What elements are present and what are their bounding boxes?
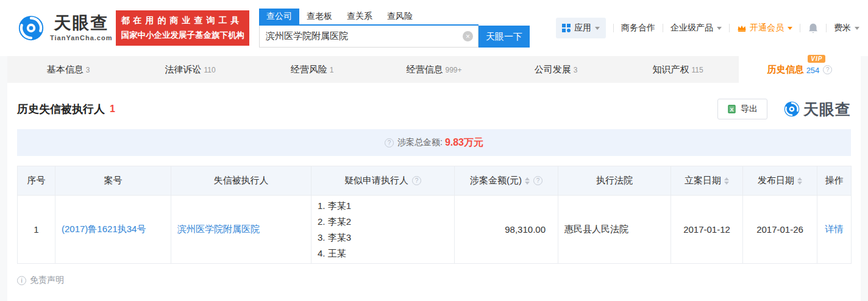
crown-icon [737,24,747,32]
top-header: 天眼查 TianYanCha.com 都在用的商业查询工具 国家中小企业发展子基… [0,0,868,56]
applicant-item: 1. 李某1 [318,198,454,214]
tab-company-development[interactable]: 公司发展 3 [495,56,617,83]
total-amount-label: 涉案总金额: [397,137,443,148]
tab-count: 110 [204,65,215,74]
tab-label: 法律诉讼 [165,64,201,76]
cell-filing-date: 2017-01-12 [671,196,743,264]
tab-count: 254 [806,65,820,75]
disclaimer-label: 免责声明 [30,275,64,286]
open-vip-label: 开通会员 [750,23,784,34]
promo-line2: 国家中小企业发展子基金旗下机构 [121,30,244,41]
col-header-action: 操作 [817,166,852,196]
tab-operating-risk[interactable]: 经营风险 1 [251,56,373,83]
svg-text:X: X [730,107,734,113]
search-button[interactable]: 天眼一下 [478,26,530,48]
username-label: 费米 [834,23,851,34]
disclaimer-toggle[interactable]: i 免责声明 [17,275,64,286]
header-menu: 应用 商务合作 企业级产品 开通会员 [556,18,859,38]
section-title: 历史失信被执行人 [17,102,105,116]
cell-action: 详情 [817,196,852,264]
divider [613,24,614,32]
cell-case-no: (2017)鲁1621执34号 [55,196,171,264]
apps-grid-icon [562,24,571,32]
tianyancha-swirl-icon [17,14,45,42]
divider [729,24,730,32]
col-header-case-no: 案号 [55,166,171,196]
cell-court: 惠民县人民法院 [558,196,671,264]
tab-intellectual-property[interactable]: 知识产权 115 [617,56,739,83]
total-amount-value: 9.83万元 [445,136,483,149]
tab-count: 115 [691,65,703,74]
vip-badge: VIP [808,55,825,63]
tianyancha-swirl-icon [783,101,800,118]
section-count-badge: 1 [110,104,115,115]
tab-history-info[interactable]: 历史信息 254 VIP ? [739,56,861,83]
tianyancha-watermark: 天眼查 [783,99,851,119]
tab-legal-litigation[interactable]: 法律诉讼 110 [129,56,251,83]
cell-publish-date: 2017-01-26 [743,196,817,264]
enterprise-products-menu[interactable]: 企业级产品 [671,23,722,34]
sort-filing-date-icon[interactable] [724,177,729,185]
chevron-down-icon [788,27,792,30]
cell-amount: 98,310.00 [455,196,558,264]
open-vip-menu[interactable]: 开通会员 [737,23,792,34]
apps-menu[interactable]: 应用 [556,18,606,38]
col-header-amount: 涉案金额(元) ? [455,166,558,196]
col-header-court: 执行法院 [558,166,671,196]
notification-bell-icon[interactable] [808,23,819,34]
logo-text: 天眼查 TianYanCha.com [50,15,112,41]
table-header-row: 序号 案号 失信被执行人 疑似申请执行人 ? 涉案金额(元) ? [18,166,852,196]
tab-label: 经营风险 [291,64,327,76]
search-input[interactable] [259,26,478,48]
chevron-down-icon [717,27,722,30]
export-button[interactable]: X 导出 [717,99,767,119]
col-header-publish-date: 发布日期 [743,166,817,196]
tab-label: 经营信息 [406,64,443,76]
chevron-down-icon [855,27,859,30]
search-area: 查公司 查老板 查关系 查风险 × 天眼一下 [259,9,530,48]
search-tab-risk[interactable]: 查风险 [380,9,420,24]
promo-banner: 都在用的商业查询工具 国家中小企业发展子基金旗下机构 [116,10,249,46]
col-header-index: 序号 [18,166,55,196]
detail-link[interactable]: 详情 [825,224,844,234]
divider [826,24,827,32]
case-no-link[interactable]: (2017)鲁1621执34号 [62,224,146,234]
search-tab-relation[interactable]: 查关系 [340,9,380,24]
company-nav-tabs: 基本信息 3 法律诉讼 110 经营风险 1 经营信息 999+ 公司发展 3 … [7,56,861,83]
search-tabs: 查公司 查老板 查关系 查风险 [259,9,478,26]
tab-operating-info[interactable]: 经营信息 999+ [373,56,495,83]
divider [800,24,800,32]
cell-dishonest-person: 滨州医学院附属医院 [171,196,311,264]
help-question-icon[interactable]: ? [823,65,832,74]
applicant-item: 3. 李某3 [318,230,454,246]
export-label: 导出 [741,104,758,115]
logo-title: 天眼查 [50,15,112,32]
dishonest-person-link[interactable]: 滨州医学院附属医院 [177,224,260,234]
enterprise-products-label: 企业级产品 [671,23,713,34]
tab-label: 基本信息 [47,64,84,76]
clear-search-icon[interactable]: × [463,31,473,41]
search-tab-company[interactable]: 查公司 [259,9,299,24]
tianyancha-logo[interactable]: 天眼查 TianYanCha.com [17,14,112,42]
tab-basic-info[interactable]: 基本信息 3 [7,56,129,83]
search-tab-boss[interactable]: 查老板 [299,9,340,24]
col-header-suspected-applicants: 疑似申请执行人 ? [311,166,455,196]
excel-icon: X [727,104,736,114]
help-question-icon[interactable]: ? [412,176,421,185]
logo-subtitle: TianYanCha.com [50,34,112,41]
chevron-down-icon [595,27,600,30]
apps-label: 应用 [574,23,591,34]
col-header-filing-date: 立案日期 [671,166,743,196]
tab-label: 公司发展 [535,64,571,76]
business-cooperation-link[interactable]: 商务合作 [621,23,655,34]
cell-suspected-applicants: 1. 李某1 2. 李某2 3. 李某3 4. 王某 [311,196,455,264]
cell-index: 1 [18,196,55,264]
help-question-icon[interactable]: ? [533,176,542,185]
tab-count: 999+ [445,65,461,74]
help-question-icon[interactable]: ? [385,138,394,147]
history-dishonest-section: 历史失信被执行人 1 X 导出 天眼 [7,83,861,301]
user-account-menu[interactable]: 费米 [834,23,859,34]
sort-publish-date-icon[interactable] [797,177,802,185]
sort-amount-icon[interactable] [525,177,530,185]
section-header: 历史失信被执行人 1 X 导出 天眼 [17,83,851,119]
